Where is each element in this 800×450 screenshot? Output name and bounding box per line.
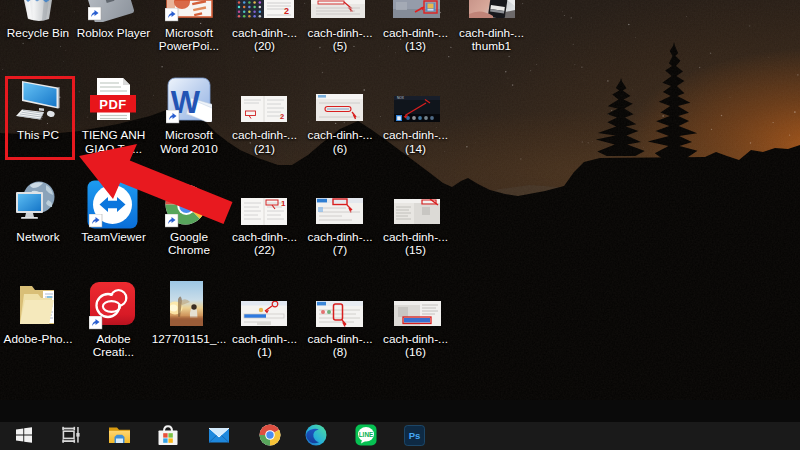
svg-text:Ps: Ps xyxy=(408,430,420,441)
svg-text:PDF: PDF xyxy=(99,97,127,112)
svg-text:NOX: NOX xyxy=(397,96,405,100)
svg-text:1: 1 xyxy=(281,199,286,208)
svg-text:2: 2 xyxy=(280,112,284,121)
svg-text:LINE: LINE xyxy=(359,431,374,438)
svg-text:2: 2 xyxy=(284,6,289,16)
